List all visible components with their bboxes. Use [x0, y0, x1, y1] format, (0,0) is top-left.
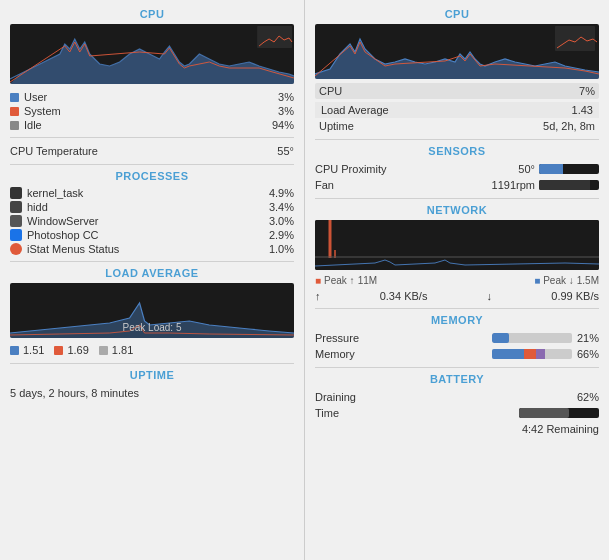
- cpu-percent-row: CPU 7%: [315, 83, 599, 99]
- processes-title: PROCESSES: [10, 170, 294, 182]
- divider-r3: [315, 308, 599, 309]
- load-avg-label-right: Load Average: [321, 104, 389, 116]
- process-icon-2: [10, 215, 22, 227]
- memory-bar-bg: [492, 349, 572, 359]
- batt-bar-row: Time: [315, 405, 599, 421]
- uptime-value-right: 5d, 2h, 8m: [543, 120, 595, 132]
- peak-load-label: Peak Load: 5: [123, 322, 182, 333]
- time-value: 4:42 Remaining: [522, 423, 599, 435]
- mem-fill-blue: [492, 349, 524, 359]
- user-label: User: [24, 91, 47, 103]
- uptime-title: UPTIME: [10, 369, 294, 381]
- process-value-4: 1.0%: [269, 243, 294, 255]
- pressure-bar-fill: [492, 333, 509, 343]
- pressure-row: Pressure 21%: [315, 330, 599, 346]
- mem-fill-purple: [536, 349, 545, 359]
- legend-user: User 3%: [10, 90, 294, 104]
- process-row-3: Photoshop CC 2.9%: [10, 228, 294, 242]
- load-avg-item-2: 1.81: [99, 344, 133, 356]
- process-value-3: 2.9%: [269, 229, 294, 241]
- system-value: 3%: [278, 105, 294, 117]
- cpu-prox-label: CPU Proximity: [315, 163, 387, 175]
- process-value-0: 4.9%: [269, 187, 294, 199]
- system-label: System: [24, 105, 61, 117]
- process-icon-3: [10, 229, 22, 241]
- cpu-title-left: CPU: [10, 8, 294, 20]
- process-icon-4: [10, 243, 22, 255]
- battery-title: BATTERY: [315, 373, 599, 385]
- net-peak-up-label: Peak ↑: [324, 275, 355, 286]
- net-up-speed: 0.34 KB/s: [380, 290, 428, 302]
- idle-color-dot: [10, 121, 19, 130]
- divider-1: [10, 137, 294, 138]
- net-down-dot: ■: [534, 275, 540, 286]
- user-value: 3%: [278, 91, 294, 103]
- time-value-row: 4:42 Remaining: [315, 421, 599, 437]
- svg-rect-5: [315, 220, 599, 270]
- fan-value: 1191rpm: [492, 179, 535, 191]
- cpu-graph-left: [10, 24, 294, 84]
- uptime-row-right: Uptime 5d, 2h, 8m: [315, 118, 599, 134]
- process-name-0: kernel_task: [27, 187, 83, 199]
- load-dot-0: [10, 346, 19, 355]
- draining-row: Draining 62%: [315, 389, 599, 405]
- memory-title: MEMORY: [315, 314, 599, 326]
- net-peak-down-label: Peak ↓: [543, 275, 574, 286]
- process-icon-1: [10, 201, 22, 213]
- load-dot-1: [54, 346, 63, 355]
- draining-label: Draining: [315, 391, 356, 403]
- process-value-1: 3.4%: [269, 201, 294, 213]
- legend-system: System 3%: [10, 104, 294, 118]
- draining-bar-wrap: 62%: [577, 391, 599, 403]
- process-row-1: hidd 3.4%: [10, 200, 294, 214]
- time-wrap: [519, 407, 599, 419]
- load-avg-title: LOAD AVERAGE: [10, 267, 294, 279]
- idle-label: Idle: [24, 119, 42, 131]
- process-name-3: Photoshop CC: [27, 229, 99, 241]
- pressure-bar-bg: [492, 333, 572, 343]
- network-graph: [315, 220, 599, 270]
- cpu-prox-bar-container: 50°: [518, 163, 599, 175]
- time-label: Time: [315, 407, 339, 419]
- process-name-1: hidd: [27, 201, 48, 213]
- divider-4: [10, 363, 294, 364]
- net-up-arrow: ↑: [315, 290, 321, 302]
- net-peak-down: ■ Peak ↓ 1.5M: [534, 275, 599, 286]
- load-avg-item-0: 1.51: [10, 344, 44, 356]
- process-row-4: iStat Menus Status 1.0%: [10, 242, 294, 256]
- uptime-label-right: Uptime: [319, 120, 354, 132]
- load-avg-row: Load Average 1.43: [315, 102, 599, 118]
- pressure-bar-wrap: 21%: [492, 332, 599, 344]
- cpu-prox-row: CPU Proximity 50°: [315, 161, 599, 177]
- batt-bar-bg: [519, 408, 599, 418]
- cpu-prox-bar-fill: [539, 164, 563, 174]
- net-up-dot: ■: [315, 275, 321, 286]
- uptime-value: 5 days, 2 hours, 8 minutes: [10, 385, 294, 401]
- pressure-label: Pressure: [315, 332, 359, 344]
- cpu-temp-value: 55°: [277, 145, 294, 157]
- load-val-2: 1.81: [112, 344, 133, 356]
- cpu-percent-value: 7%: [579, 85, 595, 97]
- load-avg-value-right: 1.43: [572, 104, 593, 116]
- net-down-arrow: ↓: [487, 290, 493, 302]
- memory-row: Memory 66%: [315, 346, 599, 362]
- cpu-prox-bar-bg: [539, 164, 599, 174]
- process-name-4: iStat Menus Status: [27, 243, 119, 255]
- svg-rect-4: [555, 26, 595, 51]
- svg-marker-0: [10, 39, 294, 84]
- svg-rect-1: [257, 26, 292, 48]
- process-name-2: WindowServer: [27, 215, 99, 227]
- left-panel: CPU User 3% System 3% Idle: [0, 0, 305, 560]
- divider-r2: [315, 198, 599, 199]
- cpu-label-right: CPU: [319, 85, 342, 97]
- right-panel: CPU CPU 7% Load Average 1.43 Uptime 5d, …: [305, 0, 609, 560]
- load-dot-2: [99, 346, 108, 355]
- batt-bar-fill: [519, 408, 569, 418]
- process-icon-0: [10, 187, 22, 199]
- cpu-temp-row: CPU Temperature 55°: [10, 143, 294, 159]
- memory-value: 66%: [577, 348, 599, 360]
- network-speeds: ↑ 0.34 KB/s ↓ 0.99 KB/s: [315, 289, 599, 303]
- load-avg-graph: Peak Load: 5: [10, 283, 294, 338]
- net-peak-up: ■ Peak ↑ 11M: [315, 275, 377, 286]
- divider-2: [10, 164, 294, 165]
